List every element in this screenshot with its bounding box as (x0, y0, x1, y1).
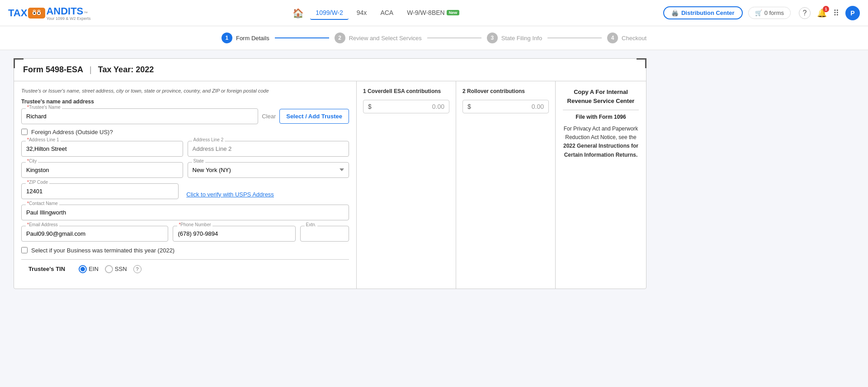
ein-radio-label[interactable]: EIN (79, 265, 99, 273)
terminated-row: Select if your Business was terminated t… (21, 247, 349, 254)
ssn-label: SSN (115, 266, 127, 272)
address-line2-label: Address Line 2 (192, 137, 225, 142)
form-title: Form 5498-ESA (23, 65, 83, 75)
header-icons: ? 🔔 1 ⠿ P (799, 6, 860, 20)
user-avatar[interactable]: P (845, 6, 860, 20)
state-group: State New York (NY) (188, 162, 349, 178)
form-title-sep: | (90, 65, 92, 75)
distribution-center-button[interactable]: 🖨️ Distribution Center (663, 6, 743, 19)
step-line-2 (427, 37, 481, 38)
col2-label: 1 Coverdell ESA contributions (363, 88, 449, 95)
terminated-label[interactable]: Select if your Business was terminated t… (31, 247, 175, 254)
form-wrapper: Form 5498-ESA | Tax Year: 2022 Trustee's… (14, 58, 646, 289)
email-label: *Email Address (26, 222, 59, 227)
grid-icon[interactable]: ⠿ (833, 8, 839, 18)
step-1-circle: 1 (222, 33, 232, 43)
main-content: Form 5498-ESA | Tax Year: 2022 Trustee's… (0, 50, 868, 297)
step-4-circle: 4 (607, 33, 618, 43)
foreign-address-row: Foreign Address (Outside US)? (21, 129, 349, 135)
help-icon[interactable]: ? (799, 7, 811, 19)
trustee-name-input[interactable] (21, 108, 258, 124)
step-2-label: Review and Select Services (349, 35, 422, 42)
verify-usps-link[interactable]: Click to verify with USPS Address (186, 191, 274, 198)
foreign-address-checkbox[interactable] (21, 129, 28, 135)
nav-w9-label: W-9/W-8BEN (407, 9, 445, 16)
col4-divider (563, 110, 639, 110)
form-tax-year: Tax Year: 2022 (98, 65, 154, 75)
city-label: *City (26, 159, 38, 163)
city-input[interactable] (21, 162, 183, 178)
step-line-1 (275, 37, 329, 38)
step-1: 1 Form Details (222, 33, 269, 43)
trustee-name-group: *Trustee's Name (21, 108, 258, 124)
address-line1-input[interactable] (21, 141, 183, 157)
nav-1099-w2[interactable]: 1099/W-2 (310, 6, 348, 20)
tin-section: Trustee's TIN EIN SSN ? (21, 259, 349, 282)
form-col3: 2 Rollover contributions $ (456, 81, 556, 289)
foreign-address-label[interactable]: Foreign Address (Outside US)? (31, 129, 113, 135)
address-line2-input[interactable] (188, 141, 349, 157)
bracket-top-right (637, 58, 646, 68)
address-line2-group: Address Line 2 (188, 141, 349, 157)
coverdell-input-group: $ (363, 100, 449, 113)
dollar-sign-1: $ (368, 103, 372, 110)
nav-94x[interactable]: 94x (351, 6, 373, 20)
email-input[interactable] (21, 226, 168, 242)
form-container: Form 5498-ESA | Tax Year: 2022 Trustee's… (14, 58, 646, 289)
cart-icon: 🛒 (755, 9, 762, 16)
contact-name-input[interactable] (21, 205, 349, 220)
coverdell-input[interactable] (374, 103, 444, 110)
nav-w9[interactable]: W-9/W-8BEN New (401, 6, 465, 20)
city-group: *City (21, 162, 183, 178)
tin-label: Trustee's TIN (28, 266, 65, 272)
phone-input[interactable] (173, 226, 295, 242)
zip-group: *ZIP Code (21, 183, 179, 199)
step-4: 4 Checkout (607, 33, 646, 43)
phone-group: *Phone Number (173, 226, 295, 242)
step-line-3 (547, 37, 602, 38)
ein-label: EIN (89, 266, 99, 272)
step-2: 2 Review and Select Services (335, 33, 422, 43)
dollar-sign-2: $ (467, 103, 471, 110)
step-3-circle: 3 (487, 33, 498, 43)
state-select[interactable]: New York (NY) (188, 162, 349, 178)
home-icon[interactable]: 🏠 (289, 6, 307, 20)
city-state-row: *City State New York (NY) (21, 162, 349, 178)
contact-name-label: *Contact Name (26, 201, 59, 206)
step-3: 3 State Filing Info (487, 33, 542, 43)
rollover-input[interactable] (474, 103, 544, 110)
ssn-radio-label[interactable]: SSN (105, 265, 127, 273)
select-add-trustee-button[interactable]: Select / Add Trustee (279, 109, 349, 124)
ein-radio-outer (79, 265, 87, 273)
form-col2: 1 Coverdell ESA contributions $ (357, 81, 456, 289)
tin-help-icon[interactable]: ? (133, 265, 142, 273)
logo-andits: ANDITS (46, 5, 83, 17)
terminated-checkbox[interactable] (21, 247, 28, 253)
step-4-label: Checkout (622, 35, 646, 42)
step-2-circle: 2 (335, 33, 345, 43)
extn-group: Extn. (300, 226, 349, 242)
contact-name-group: *Contact Name (21, 205, 349, 220)
nav-aca[interactable]: ACA (375, 6, 399, 20)
form-col4: Copy A For Internal Revenue Service Cent… (556, 81, 646, 289)
logo-owl-icon (28, 8, 45, 19)
zip-input[interactable] (21, 183, 179, 199)
trustee-name-row: *Trustee's Name Clear Select / Add Trust… (21, 108, 349, 124)
new-badge: New (447, 10, 460, 15)
form-body: Trustee's or Issuer's name, street addre… (14, 81, 646, 289)
address-line1-label: *Address Line 1 (26, 137, 61, 142)
main-nav: 🏠 1099/W-2 94x ACA W-9/W-8BEN New (289, 6, 465, 20)
state-label: State (192, 159, 205, 163)
tin-row: Trustee's TIN EIN SSN ? (28, 265, 342, 273)
clear-link[interactable]: Clear (262, 113, 276, 120)
main-header: TAX ANDITS ™ Your 1099 & W2 Experts (0, 0, 868, 26)
notifications-icon[interactable]: 🔔 1 (817, 8, 827, 18)
cart-button[interactable]: 🛒 0 forms (748, 7, 791, 19)
zip-verify-section: *ZIP Code Click to verify with USPS Addr… (21, 183, 349, 199)
step-3-label: State Filing Info (501, 35, 542, 42)
notification-badge: 1 (823, 6, 829, 12)
ein-radio-inner (80, 267, 85, 271)
svg-rect-0 (30, 9, 43, 18)
extn-input[interactable] (300, 226, 349, 242)
privacy-text: For Privacy Act and Paperwork Reduction … (563, 125, 639, 159)
